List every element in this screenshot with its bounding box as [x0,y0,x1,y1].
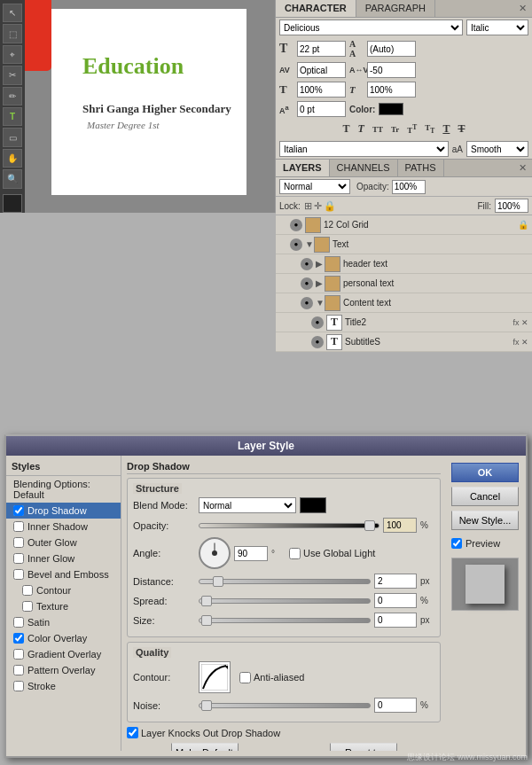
style-inner-glow[interactable]: Inner Glow [6,550,121,566]
reset-default-button[interactable]: Reset to Default [330,743,397,751]
make-default-button[interactable]: Make Default [171,743,239,751]
blend-mode-select[interactable]: Normal [279,179,350,194]
font-size-input[interactable] [297,41,346,57]
spread-slider-thumb[interactable] [201,596,212,606]
layer-item-title2[interactable]: ● T Title2 fx ✕ [276,313,532,332]
checkbox-stroke[interactable] [13,681,24,691]
expand-text[interactable]: ▼ [305,239,314,249]
angle-dial[interactable] [199,537,231,569]
lock-pos-icon[interactable]: ✛ [314,200,322,212]
anti-alias-checkbox[interactable] [239,672,251,683]
distance-input[interactable] [374,574,417,589]
eye-icon-text[interactable]: ● [290,238,302,251]
ok-button[interactable]: OK [451,463,519,482]
checkbox-texture[interactable] [22,601,33,612]
layer-item-text[interactable]: ● ▼ Text [276,235,532,254]
checkbox-satin[interactable] [13,617,24,628]
style-drop-shadow[interactable]: Drop Shadow [6,503,121,519]
tab-channels[interactable]: CHANNELS [330,160,398,176]
font-style-select[interactable]: Italic [466,20,528,35]
spread-slider[interactable] [199,598,371,604]
angle-input[interactable] [234,546,268,561]
tool-select[interactable]: ⬚ [3,24,22,43]
tab-character[interactable]: CHARACTER [276,0,356,17]
tracking-input[interactable] [367,62,416,78]
tool-shape[interactable]: ▭ [3,128,22,146]
expand-personal[interactable]: ▶ [316,278,325,288]
anti-alias-select[interactable]: Smooth [466,141,528,157]
color-swatch[interactable] [379,103,403,115]
size-input[interactable] [374,613,417,628]
tool-type[interactable]: T [3,107,22,126]
checkbox-inner-glow[interactable] [13,553,24,564]
italic-btn[interactable]: T [356,121,366,137]
scale-v-input[interactable] [297,82,346,98]
preview-checkbox[interactable] [451,538,462,549]
checkbox-drop-shadow[interactable] [13,505,24,516]
language-select[interactable]: Italian [279,141,449,157]
scale-h-input[interactable] [367,82,416,98]
size-slider-thumb[interactable] [201,615,212,626]
distance-slider-thumb[interactable] [213,576,223,587]
size-slider[interactable] [199,618,371,623]
opacity-slider[interactable] [199,523,379,528]
tool-move[interactable]: ↖ [3,4,22,22]
style-pattern-overlay[interactable]: Pattern Overlay [6,662,121,678]
checkbox-pattern-overlay[interactable] [13,665,24,675]
distance-slider[interactable] [199,579,371,584]
tab-layers[interactable]: LAYERS [276,160,330,176]
global-light-checkbox[interactable] [289,548,301,559]
style-gradient-overlay[interactable]: Gradient Overlay [6,646,121,662]
checkbox-contour[interactable] [22,585,33,596]
strike-btn[interactable]: T [456,121,466,137]
sub-btn[interactable]: TT [423,122,436,136]
opacity-input-dialog[interactable] [383,518,417,533]
style-outer-glow[interactable]: Outer Glow [6,535,121,550]
fill-input[interactable] [495,199,528,213]
tab-paths[interactable]: PATHS [398,160,444,176]
opacity-slider-thumb[interactable] [364,520,375,531]
noise-slider-thumb[interactable] [201,700,212,711]
layer-item-subtitle5[interactable]: ● T SubtitleS fx ✕ [276,332,532,352]
bold-btn[interactable]: T [341,121,352,137]
eye-icon-grid[interactable]: ● [290,219,302,231]
new-style-button[interactable]: New Style... [451,511,519,530]
lock-px-icon[interactable]: ⊞ [304,200,312,212]
style-blending[interactable]: Blending Options: Default [6,476,121,503]
tool-brush[interactable]: ✏ [3,87,22,105]
noise-slider[interactable] [199,703,371,708]
baseline-input[interactable] [297,101,346,117]
eye-icon-subtitle5[interactable]: ● [311,336,324,348]
layer-item-content[interactable]: ● ▼ Content text [276,293,532,313]
tool-crop[interactable]: ✂ [3,66,22,84]
eye-icon-title2[interactable]: ● [311,316,324,329]
opacity-input[interactable] [392,180,426,194]
anti-alias-label[interactable]: Anti-aliased [239,672,304,683]
noise-input[interactable] [374,698,417,713]
eye-icon-content[interactable]: ● [301,297,313,309]
layer-item-header[interactable]: ● ▶ header text [276,254,532,274]
layers-panel-close[interactable]: ✕ [513,160,532,176]
tool-hand[interactable]: ✋ [3,149,22,168]
kerning-select[interactable] [297,62,346,78]
lock-all-icon[interactable]: 🔒 [324,200,336,212]
style-satin[interactable]: Satin [6,614,121,630]
style-stroke[interactable]: Stroke [6,678,121,694]
checkbox-bevel[interactable] [13,569,24,580]
checkbox-inner-shadow[interactable] [13,521,24,532]
style-color-overlay[interactable]: Color Overlay [6,630,121,646]
font-family-select[interactable]: Delicious [279,20,463,35]
eye-icon-header[interactable]: ● [301,258,313,270]
tool-color[interactable] [3,194,22,213]
style-contour[interactable]: Contour [6,582,121,598]
checkbox-outer-glow[interactable] [13,537,24,548]
smallcaps-btn[interactable]: Tr [389,124,401,135]
super-btn[interactable]: TT [405,122,419,136]
layer-item-grid[interactable]: ● 12 Col Grid 🔒 [276,215,532,235]
layer-knocks-checkbox[interactable] [127,727,138,738]
spread-input[interactable] [374,593,417,608]
tool-zoom[interactable]: 🔍 [3,169,22,188]
layer-knocks-label[interactable]: Layer Knocks Out Drop Shadow [127,727,280,738]
layer-item-personal[interactable]: ● ▶ personal text [276,274,532,293]
checkbox-color-overlay[interactable] [13,633,24,644]
